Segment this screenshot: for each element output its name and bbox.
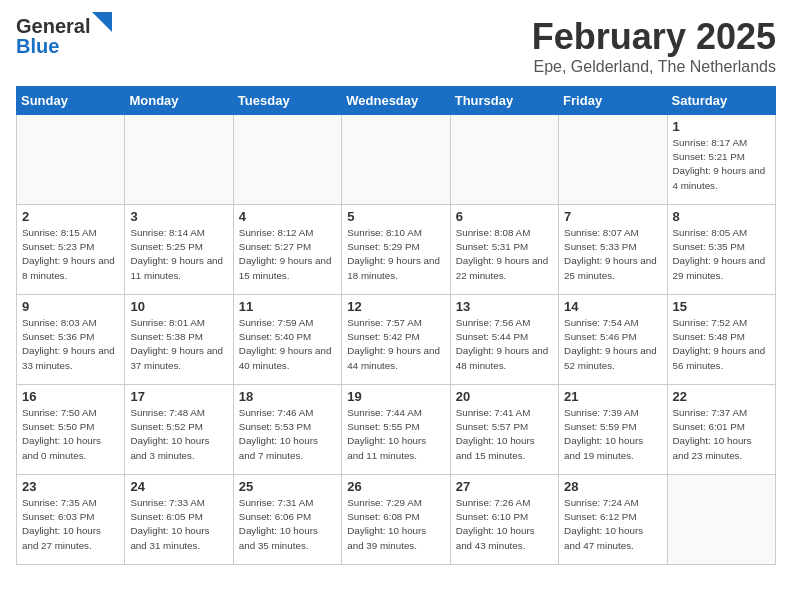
- calendar-cell: [125, 115, 233, 205]
- day-info: Sunrise: 8:10 AM Sunset: 5:29 PM Dayligh…: [347, 226, 444, 283]
- day-number: 1: [673, 119, 770, 134]
- logo-arrow-icon: [92, 12, 112, 32]
- day-info: Sunrise: 7:46 AM Sunset: 5:53 PM Dayligh…: [239, 406, 336, 463]
- calendar-cell: 9Sunrise: 8:03 AM Sunset: 5:36 PM Daylig…: [17, 295, 125, 385]
- weekday-header-friday: Friday: [559, 87, 667, 115]
- weekday-header-tuesday: Tuesday: [233, 87, 341, 115]
- calendar-cell: 10Sunrise: 8:01 AM Sunset: 5:38 PM Dayli…: [125, 295, 233, 385]
- calendar-cell: 16Sunrise: 7:50 AM Sunset: 5:50 PM Dayli…: [17, 385, 125, 475]
- calendar-cell: [233, 115, 341, 205]
- day-number: 12: [347, 299, 444, 314]
- day-number: 25: [239, 479, 336, 494]
- week-row-5: 23Sunrise: 7:35 AM Sunset: 6:03 PM Dayli…: [17, 475, 776, 565]
- calendar-cell: [17, 115, 125, 205]
- day-number: 26: [347, 479, 444, 494]
- calendar-cell: 5Sunrise: 8:10 AM Sunset: 5:29 PM Daylig…: [342, 205, 450, 295]
- day-number: 14: [564, 299, 661, 314]
- calendar-cell: 1Sunrise: 8:17 AM Sunset: 5:21 PM Daylig…: [667, 115, 775, 205]
- day-info: Sunrise: 7:54 AM Sunset: 5:46 PM Dayligh…: [564, 316, 661, 373]
- calendar-table: SundayMondayTuesdayWednesdayThursdayFrid…: [16, 86, 776, 565]
- calendar-cell: 15Sunrise: 7:52 AM Sunset: 5:48 PM Dayli…: [667, 295, 775, 385]
- day-info: Sunrise: 8:17 AM Sunset: 5:21 PM Dayligh…: [673, 136, 770, 193]
- day-info: Sunrise: 8:15 AM Sunset: 5:23 PM Dayligh…: [22, 226, 119, 283]
- day-info: Sunrise: 7:31 AM Sunset: 6:06 PM Dayligh…: [239, 496, 336, 553]
- day-number: 27: [456, 479, 553, 494]
- weekday-header-wednesday: Wednesday: [342, 87, 450, 115]
- calendar-cell: 6Sunrise: 8:08 AM Sunset: 5:31 PM Daylig…: [450, 205, 558, 295]
- day-number: 17: [130, 389, 227, 404]
- day-number: 4: [239, 209, 336, 224]
- day-info: Sunrise: 7:50 AM Sunset: 5:50 PM Dayligh…: [22, 406, 119, 463]
- day-info: Sunrise: 7:57 AM Sunset: 5:42 PM Dayligh…: [347, 316, 444, 373]
- day-info: Sunrise: 7:41 AM Sunset: 5:57 PM Dayligh…: [456, 406, 553, 463]
- day-info: Sunrise: 7:52 AM Sunset: 5:48 PM Dayligh…: [673, 316, 770, 373]
- calendar-cell: 4Sunrise: 8:12 AM Sunset: 5:27 PM Daylig…: [233, 205, 341, 295]
- week-row-1: 1Sunrise: 8:17 AM Sunset: 5:21 PM Daylig…: [17, 115, 776, 205]
- day-number: 3: [130, 209, 227, 224]
- day-info: Sunrise: 7:56 AM Sunset: 5:44 PM Dayligh…: [456, 316, 553, 373]
- calendar-cell: 7Sunrise: 8:07 AM Sunset: 5:33 PM Daylig…: [559, 205, 667, 295]
- week-row-3: 9Sunrise: 8:03 AM Sunset: 5:36 PM Daylig…: [17, 295, 776, 385]
- calendar-cell: 20Sunrise: 7:41 AM Sunset: 5:57 PM Dayli…: [450, 385, 558, 475]
- calendar-cell: 17Sunrise: 7:48 AM Sunset: 5:52 PM Dayli…: [125, 385, 233, 475]
- weekday-header-saturday: Saturday: [667, 87, 775, 115]
- day-number: 22: [673, 389, 770, 404]
- calendar-cell: 2Sunrise: 8:15 AM Sunset: 5:23 PM Daylig…: [17, 205, 125, 295]
- logo-general-text: General: [16, 15, 90, 37]
- day-info: Sunrise: 8:03 AM Sunset: 5:36 PM Dayligh…: [22, 316, 119, 373]
- week-row-4: 16Sunrise: 7:50 AM Sunset: 5:50 PM Dayli…: [17, 385, 776, 475]
- day-info: Sunrise: 7:33 AM Sunset: 6:05 PM Dayligh…: [130, 496, 227, 553]
- day-number: 6: [456, 209, 553, 224]
- day-number: 2: [22, 209, 119, 224]
- day-info: Sunrise: 8:05 AM Sunset: 5:35 PM Dayligh…: [673, 226, 770, 283]
- day-number: 13: [456, 299, 553, 314]
- calendar-cell: [667, 475, 775, 565]
- day-number: 23: [22, 479, 119, 494]
- svg-marker-0: [92, 12, 112, 32]
- day-number: 24: [130, 479, 227, 494]
- calendar-cell: 27Sunrise: 7:26 AM Sunset: 6:10 PM Dayli…: [450, 475, 558, 565]
- weekday-header-row: SundayMondayTuesdayWednesdayThursdayFrid…: [17, 87, 776, 115]
- week-row-2: 2Sunrise: 8:15 AM Sunset: 5:23 PM Daylig…: [17, 205, 776, 295]
- day-number: 10: [130, 299, 227, 314]
- calendar-cell: 24Sunrise: 7:33 AM Sunset: 6:05 PM Dayli…: [125, 475, 233, 565]
- month-year-title: February 2025: [532, 16, 776, 58]
- day-number: 8: [673, 209, 770, 224]
- calendar-cell: [450, 115, 558, 205]
- calendar-cell: 22Sunrise: 7:37 AM Sunset: 6:01 PM Dayli…: [667, 385, 775, 475]
- day-info: Sunrise: 7:24 AM Sunset: 6:12 PM Dayligh…: [564, 496, 661, 553]
- calendar-cell: 11Sunrise: 7:59 AM Sunset: 5:40 PM Dayli…: [233, 295, 341, 385]
- day-number: 21: [564, 389, 661, 404]
- day-info: Sunrise: 8:01 AM Sunset: 5:38 PM Dayligh…: [130, 316, 227, 373]
- day-info: Sunrise: 8:07 AM Sunset: 5:33 PM Dayligh…: [564, 226, 661, 283]
- calendar-cell: 28Sunrise: 7:24 AM Sunset: 6:12 PM Dayli…: [559, 475, 667, 565]
- day-number: 20: [456, 389, 553, 404]
- calendar-cell: [342, 115, 450, 205]
- day-number: 7: [564, 209, 661, 224]
- day-info: Sunrise: 7:29 AM Sunset: 6:08 PM Dayligh…: [347, 496, 444, 553]
- day-info: Sunrise: 7:59 AM Sunset: 5:40 PM Dayligh…: [239, 316, 336, 373]
- calendar-cell: 13Sunrise: 7:56 AM Sunset: 5:44 PM Dayli…: [450, 295, 558, 385]
- weekday-header-thursday: Thursday: [450, 87, 558, 115]
- day-number: 9: [22, 299, 119, 314]
- weekday-header-sunday: Sunday: [17, 87, 125, 115]
- day-info: Sunrise: 7:39 AM Sunset: 5:59 PM Dayligh…: [564, 406, 661, 463]
- calendar-cell: 19Sunrise: 7:44 AM Sunset: 5:55 PM Dayli…: [342, 385, 450, 475]
- day-info: Sunrise: 8:14 AM Sunset: 5:25 PM Dayligh…: [130, 226, 227, 283]
- weekday-header-monday: Monday: [125, 87, 233, 115]
- day-info: Sunrise: 7:44 AM Sunset: 5:55 PM Dayligh…: [347, 406, 444, 463]
- logo-blue-text: Blue: [16, 35, 59, 57]
- day-number: 18: [239, 389, 336, 404]
- calendar-cell: 12Sunrise: 7:57 AM Sunset: 5:42 PM Dayli…: [342, 295, 450, 385]
- calendar-cell: 26Sunrise: 7:29 AM Sunset: 6:08 PM Dayli…: [342, 475, 450, 565]
- day-number: 19: [347, 389, 444, 404]
- day-number: 28: [564, 479, 661, 494]
- day-number: 16: [22, 389, 119, 404]
- calendar-cell: 14Sunrise: 7:54 AM Sunset: 5:46 PM Dayli…: [559, 295, 667, 385]
- calendar-cell: 18Sunrise: 7:46 AM Sunset: 5:53 PM Dayli…: [233, 385, 341, 475]
- calendar-cell: 3Sunrise: 8:14 AM Sunset: 5:25 PM Daylig…: [125, 205, 233, 295]
- calendar-cell: 21Sunrise: 7:39 AM Sunset: 5:59 PM Dayli…: [559, 385, 667, 475]
- location-subtitle: Epe, Gelderland, The Netherlands: [532, 58, 776, 76]
- logo: General Blue: [16, 16, 112, 56]
- day-number: 11: [239, 299, 336, 314]
